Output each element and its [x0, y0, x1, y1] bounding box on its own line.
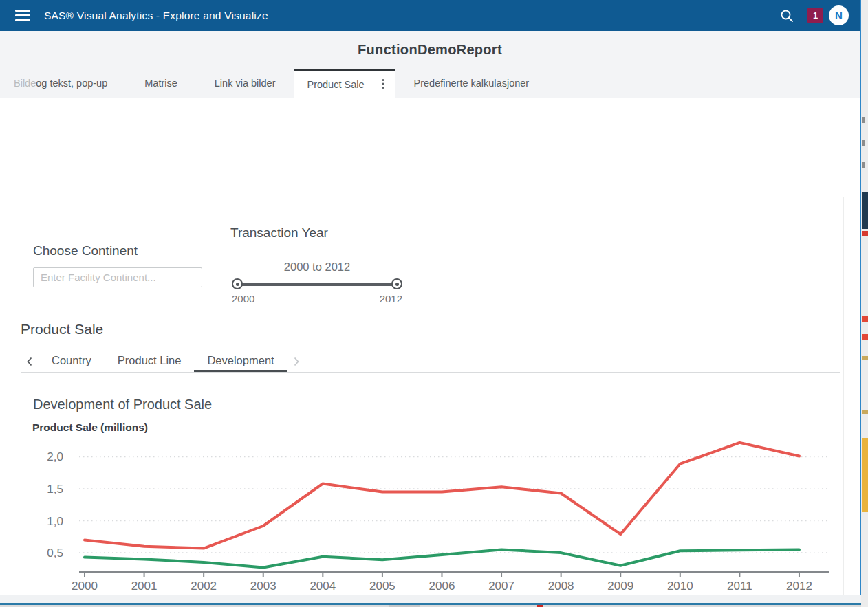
x-tick-label: 2005 [369, 580, 395, 593]
chart-y-axis-title: Product Sale (millions) [32, 421, 148, 434]
series-line-toy[interactable] [85, 443, 799, 549]
subtab-development[interactable]: Development [194, 351, 287, 372]
x-tick-label: 2011 [727, 580, 752, 593]
report-tab-product-sale[interactable]: Product Sale [294, 69, 395, 98]
y-tick-label: 0,5 [47, 547, 63, 560]
background-red-fragment [862, 231, 868, 236]
app-bar: SAS® Visual Analytics - Explore and Visu… [0, 0, 860, 31]
y-tick-label: 2,0 [47, 450, 63, 463]
y-tick-label: 1,5 [47, 483, 63, 496]
x-tick-label: 2008 [548, 580, 574, 593]
background-text-fragment [862, 140, 865, 146]
subtabs-scroll-right-icon[interactable] [287, 351, 305, 372]
continent-filter-label: Choose Continent [33, 243, 138, 258]
series-line-novelty[interactable] [85, 549, 799, 567]
x-tick-label: 2003 [250, 580, 276, 593]
background-navy-fragment [862, 192, 868, 229]
x-tick-label: 2007 [488, 580, 514, 593]
x-tick-label: 2012 [786, 580, 812, 593]
tab-label: Predefinerte kalkulasjoner [414, 78, 530, 89]
screen: SAS® Visual Analytics - Explore and Visu… [0, 0, 868, 607]
report-canvas: Choose Continent Transaction Year 2000 t… [0, 98, 860, 595]
report-title: FunctionDemoReport [0, 31, 860, 69]
x-tick-label: 2010 [667, 580, 693, 593]
x-tick-label: 2000 [72, 580, 98, 593]
x-tick-label: 2002 [191, 580, 217, 593]
chart-title: Development of Product Sale [33, 397, 212, 412]
slider-min-label: 2000 [232, 293, 254, 305]
background-window-bottom-band [0, 595, 861, 603]
avatar[interactable]: N [829, 5, 849, 25]
report-toolbar: FunctionDemoReport 2 [0, 31, 860, 69]
x-tick-label: 2001 [131, 580, 158, 593]
notification-badge[interactable]: 1 [807, 8, 823, 23]
subtabs-divider [21, 372, 840, 373]
background-tan-fragment [862, 410, 868, 414]
y-tick-label: 1,0 [47, 515, 63, 528]
tab-menu-icon[interactable] [380, 78, 387, 92]
x-tick-label: 2006 [429, 580, 455, 593]
tab-label: Link via bilder [215, 78, 276, 89]
background-red-fragment [862, 316, 868, 322]
x-tick-label: 2009 [607, 580, 633, 593]
background-text-fragment [862, 117, 865, 123]
tab-label: og tekst, pop-up [36, 78, 107, 89]
slider-handle-min[interactable] [232, 278, 243, 289]
line-chart[interactable]: 0,51,01,52,02000200120022003200420052006… [21, 439, 843, 603]
background-text-fragment [862, 162, 865, 168]
report-tab-bilde-og-tekst-pop-up[interactable]: Bilde og tekst, pop-up [14, 69, 126, 98]
background-gold-fragment [862, 438, 868, 512]
object-subtabs: CountryProduct LineDevelopment [21, 351, 305, 372]
year-slider-label: Transaction Year [230, 225, 328, 241]
tab-label: Matrise [144, 78, 177, 89]
slider-handle-max[interactable] [391, 278, 402, 289]
tab-label-muted: Bilde [14, 78, 36, 89]
background-red-fragment [862, 334, 868, 340]
scroll-gutter [843, 197, 844, 607]
slider-max-label: 2012 [380, 293, 402, 305]
subtab-country[interactable]: Country [39, 351, 105, 372]
object-title: Product Sale [21, 321, 103, 338]
report-tab-link-via-bilder[interactable]: Link via bilder [196, 69, 294, 98]
slider-end-labels: 2000 2012 [232, 293, 402, 305]
subtabs-scroll-left-icon[interactable] [21, 351, 39, 372]
x-tick-label: 2004 [310, 580, 336, 593]
report-tab-bar: Bilde og tekst, pop-upMatriseLink via bi… [0, 69, 860, 98]
slider-track[interactable] [237, 283, 397, 286]
app-window: SAS® Visual Analytics - Explore and Visu… [0, 0, 861, 607]
continent-input[interactable] [33, 267, 202, 287]
year-slider-range-text: 2000 to 2012 [232, 261, 402, 274]
subtab-product-line[interactable]: Product Line [105, 351, 195, 372]
tab-label: Product Sale [307, 79, 364, 90]
report-tab-predefinerte-kalkulasjoner[interactable]: Predefinerte kalkulasjoner [395, 69, 548, 98]
report-tab-matrise[interactable]: Matrise [126, 69, 196, 98]
background-tan-fragment [862, 356, 868, 360]
background-window-strip [862, 0, 868, 607]
menu-icon[interactable] [15, 10, 30, 21]
search-icon[interactable] [779, 8, 794, 23]
year-range-slider [232, 278, 402, 290]
app-title: SAS® Visual Analytics - Explore and Visu… [44, 0, 268, 31]
